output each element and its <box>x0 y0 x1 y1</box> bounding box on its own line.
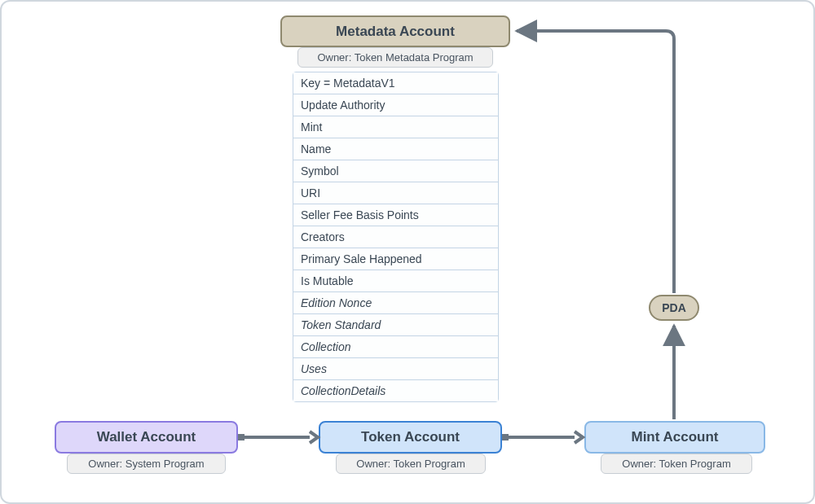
metadata-field: Primary Sale Happened <box>293 248 498 270</box>
mint-owner-tag: Owner: Token Program <box>601 454 752 474</box>
metadata-fields-list: Key = MetadataV1Update AuthorityMintName… <box>293 72 499 402</box>
svg-rect-3 <box>502 434 509 440</box>
metadata-owner-tag: Owner: Token Metadata Program <box>297 47 493 68</box>
metadata-field: Key = MetadataV1 <box>293 72 498 94</box>
diagram-canvas: Metadata Account Owner: Token Metadata P… <box>0 0 815 504</box>
pda-node: PDA <box>649 295 699 321</box>
token-account-box: Token Account <box>319 421 502 454</box>
mint-account-box: Mint Account <box>584 421 765 454</box>
wallet-owner-tag: Owner: System Program <box>67 454 226 474</box>
metadata-field: CollectionDetails <box>293 380 498 401</box>
metadata-field: Symbol <box>293 160 498 182</box>
metadata-account-title: Metadata Account <box>336 24 455 40</box>
token-account-title: Token Account <box>361 429 460 445</box>
token-owner-tag: Owner: Token Program <box>336 454 486 474</box>
wallet-account-box: Wallet Account <box>55 421 238 454</box>
arrow-wallet-to-token <box>238 432 318 443</box>
metadata-field: Creators <box>293 226 498 248</box>
arrow-pda-to-metadata <box>517 31 674 293</box>
metadata-field: Mint <box>293 116 498 138</box>
metadata-field: Name <box>293 138 498 160</box>
pda-label: PDA <box>662 301 686 314</box>
arrow-token-to-mint <box>502 432 583 443</box>
metadata-field: Edition Nonce <box>293 292 498 314</box>
metadata-field: Update Authority <box>293 94 498 116</box>
metadata-account-box: Metadata Account <box>280 15 510 47</box>
metadata-field: Uses <box>293 358 498 380</box>
mint-account-title: Mint Account <box>631 429 718 445</box>
metadata-field: URI <box>293 182 498 204</box>
wallet-account-title: Wallet Account <box>97 429 196 445</box>
metadata-field: Is Mutable <box>293 270 498 292</box>
metadata-field: Collection <box>293 336 498 358</box>
svg-rect-1 <box>238 434 244 440</box>
metadata-field: Token Standard <box>293 314 498 336</box>
metadata-field: Seller Fee Basis Points <box>293 204 498 226</box>
